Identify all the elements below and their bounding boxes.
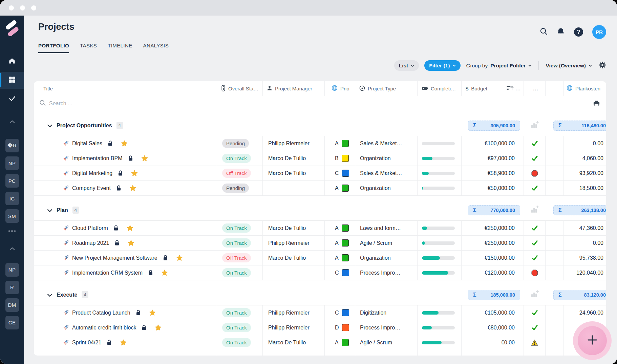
star-icon[interactable] xyxy=(127,225,133,231)
column-title[interactable]: Title xyxy=(34,81,217,96)
star-icon[interactable] xyxy=(176,255,183,261)
sidebar-item-tasks[interactable] xyxy=(0,91,24,107)
tab[interactable]: PORTFOLIO xyxy=(38,43,69,53)
budget-sum-badge[interactable]: Σ305,900.00 xyxy=(468,121,520,131)
help-icon[interactable]: ? xyxy=(574,27,583,37)
status-badge[interactable]: On Track xyxy=(222,323,251,332)
table-row[interactable]: Cloud Platform On Track Marco De Tullio … xyxy=(34,221,606,236)
column-project-manager[interactable]: Project Manager xyxy=(262,81,324,96)
window-control-dot[interactable] xyxy=(20,5,25,10)
print-icon[interactable] xyxy=(593,100,600,107)
status-badge[interactable]: On Track xyxy=(222,154,251,163)
notifications-bell-icon[interactable] xyxy=(557,27,565,37)
project-type-cell: Organization xyxy=(355,181,417,195)
chevron-up-icon[interactable] xyxy=(9,119,15,125)
column-completion[interactable]: Completi… xyxy=(417,81,461,96)
sort-icon[interactable] xyxy=(507,86,514,92)
status-badge[interactable]: On Track xyxy=(222,223,251,233)
table-row[interactable]: Automatic credit limit block On Track Ph… xyxy=(34,320,606,335)
chevron-down-icon[interactable] xyxy=(47,207,52,213)
star-icon[interactable] xyxy=(149,309,156,316)
tabs: PORTFOLIOTASKSTIMELINEANALYSIS xyxy=(38,43,169,53)
screen: �RNPPCICSM NPRDMCE Projects ? PR PORTFOL… xyxy=(0,0,617,364)
workspace-avatar[interactable]: �R xyxy=(5,139,19,152)
table-row[interactable]: New Project Management Software Off Trac… xyxy=(34,251,606,265)
page-title: Projects xyxy=(38,22,75,32)
column-plankosten[interactable]: Plankosten xyxy=(563,81,606,96)
star-icon[interactable] xyxy=(129,185,136,191)
plankosten-sum-badge[interactable]: Σ83,120.00 xyxy=(553,290,606,300)
workspace-avatar[interactable]: PC xyxy=(5,174,19,188)
workspace-avatar[interactable]: NP xyxy=(5,263,19,277)
status-cell: Off Track xyxy=(217,166,262,180)
star-icon[interactable] xyxy=(120,339,127,346)
settings-gear-icon[interactable] xyxy=(599,61,606,70)
chevron-up-icon[interactable] xyxy=(9,245,15,252)
add-chart-icon[interactable] xyxy=(530,120,539,131)
table-row[interactable]: Digital Marketing Off Track Marco De Tul… xyxy=(34,166,606,181)
search-icon[interactable] xyxy=(540,27,548,37)
sidebar-item-home[interactable] xyxy=(0,53,24,69)
window-control-dot[interactable] xyxy=(31,5,36,10)
sidebar-item-projects[interactable] xyxy=(0,72,24,89)
column-budget[interactable]: $ Budget ... xyxy=(461,81,524,96)
workspace-avatar[interactable]: R xyxy=(5,281,19,294)
column-overall-status[interactable]: Overall Sta… xyxy=(217,81,262,96)
table-row[interactable]: Digital Sales Pending Philipp Riermeier … xyxy=(34,136,606,151)
window-control-dot[interactable] xyxy=(9,5,14,10)
status-badge[interactable]: On Track xyxy=(222,238,251,248)
chevron-down-icon[interactable] xyxy=(47,123,52,129)
tab[interactable]: ANALYSIS xyxy=(143,43,169,53)
list-view-button[interactable]: List xyxy=(394,60,419,71)
column-project-type[interactable]: Project Type xyxy=(355,81,417,96)
status-badge[interactable]: Pending xyxy=(222,184,249,193)
table-row[interactable]: Implementation BPM On Track Marco De Tul… xyxy=(34,151,606,166)
tab[interactable]: TIMELINE xyxy=(108,43,132,53)
star-icon[interactable] xyxy=(121,140,128,147)
approval-cell xyxy=(524,265,545,280)
group-by-button[interactable]: Group by Project Folder xyxy=(466,63,532,69)
star-icon[interactable] xyxy=(131,170,138,176)
plankosten-sum-badge[interactable]: Σ116,480.00 xyxy=(553,121,606,131)
workspace-avatar[interactable]: IC xyxy=(5,192,19,205)
table-row[interactable]: Product Catalog Launch On Track Philipp … xyxy=(34,305,606,320)
plankosten-sum-badge[interactable]: Σ263,138.00 xyxy=(553,205,606,215)
table-row[interactable]: Implementation CRM System On Track C Pro… xyxy=(34,265,606,280)
filter-button[interactable]: Filter (1) xyxy=(424,60,461,71)
star-icon[interactable] xyxy=(128,240,134,246)
view-button[interactable]: View (Overview) xyxy=(546,63,592,69)
progress-bar xyxy=(422,326,455,329)
tab[interactable]: TASKS xyxy=(80,43,97,53)
add-project-fab[interactable] xyxy=(578,326,607,355)
workspace-avatar[interactable]: SM xyxy=(5,209,19,223)
star-icon[interactable] xyxy=(141,155,148,162)
more-options-icon[interactable]: ... xyxy=(515,86,521,91)
column-flash[interactable]: ... xyxy=(524,81,545,96)
star-icon[interactable] xyxy=(155,324,162,331)
search-input[interactable] xyxy=(49,101,590,107)
status-badge[interactable]: Pending xyxy=(222,139,249,148)
status-badge[interactable]: Off Track xyxy=(222,253,251,262)
column-prio[interactable]: Prio xyxy=(324,81,355,96)
add-chart-icon[interactable] xyxy=(530,205,539,216)
workspace-avatar[interactable]: DM xyxy=(5,298,19,312)
star-icon[interactable] xyxy=(161,270,168,276)
priority-cell: A xyxy=(324,335,355,350)
status-badge[interactable]: Off Track xyxy=(222,169,251,178)
chevron-down-icon[interactable] xyxy=(47,292,52,298)
table-row[interactable]: Roadmap 2021 On Track Philipp Riermeier … xyxy=(34,236,606,251)
portfolio-table: Title Overall Sta… Project Manager Prio xyxy=(34,81,606,356)
status-badge[interactable]: On Track xyxy=(222,268,251,277)
user-avatar[interactable]: PR xyxy=(592,25,606,39)
status-badge[interactable]: On Track xyxy=(222,308,251,317)
status-badge[interactable]: On Track xyxy=(222,338,251,347)
awork-logo-icon[interactable] xyxy=(4,20,20,39)
add-chart-icon[interactable] xyxy=(530,290,539,300)
table-row[interactable]: Company Event Pending A Organization €50… xyxy=(34,181,606,196)
workspace-avatar[interactable]: NP xyxy=(5,156,19,170)
budget-sum-badge[interactable]: Σ185,000.00 xyxy=(468,290,520,300)
budget-sum-badge[interactable]: Σ770,000.00 xyxy=(468,205,520,215)
table-row[interactable]: Sprint 04/21 On Track Marco De Tullio A … xyxy=(34,335,606,350)
more-icon[interactable] xyxy=(8,230,16,232)
workspace-avatar[interactable]: CE xyxy=(5,316,19,329)
